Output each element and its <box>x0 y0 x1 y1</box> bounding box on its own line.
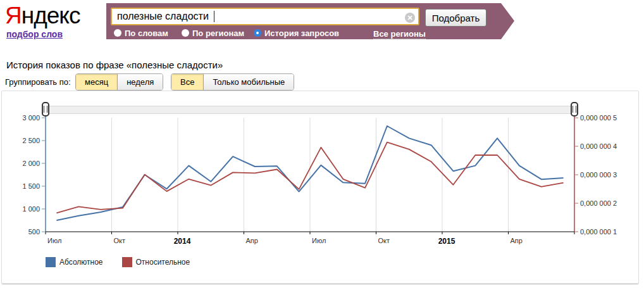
grouping-week-button[interactable]: неделя <box>117 74 163 90</box>
mode-radio-query-history[interactable]: История запросов <box>254 28 339 38</box>
chart-panel <box>1 91 639 284</box>
search-bar-arrow <box>501 3 514 39</box>
page-title: История показов по фразе «полезные сладо… <box>6 60 223 70</box>
logo-letter-ya: Я <box>5 3 22 28</box>
mode-radio-by-regions[interactable]: По регионам <box>182 28 244 38</box>
clear-input-icon[interactable]: ✕ <box>405 13 415 23</box>
mode-label: История запросов <box>264 28 339 38</box>
wordstat-page: Яндекс подбор слов ✕ Подобрать По словам… <box>0 0 644 290</box>
grip-icon <box>573 106 576 113</box>
text-caret-icon <box>214 11 214 22</box>
search-bar: ✕ Подобрать По словам По регионам Истори… <box>106 3 501 39</box>
logo-rest: ндекс <box>22 3 80 28</box>
yandex-logo[interactable]: Яндекс <box>5 3 80 29</box>
legend-label-absolute: Абсолютное <box>59 258 103 267</box>
legend-swatch-absolute <box>46 257 56 267</box>
all-regions-link[interactable]: Все регионы <box>373 29 426 39</box>
submit-button[interactable]: Подобрать <box>425 9 486 27</box>
radio-icon <box>114 29 121 37</box>
radio-icon <box>254 29 261 37</box>
legend-swatch-relative <box>122 257 132 267</box>
grouping-label: Группировать по: <box>5 77 71 87</box>
legend-label-relative: Относительное <box>136 258 190 267</box>
device-all-button[interactable]: Все <box>171 74 203 90</box>
range-slider-left-handle[interactable] <box>42 102 49 117</box>
search-input[interactable] <box>111 8 419 25</box>
range-slider-track[interactable] <box>46 106 575 114</box>
chart-legend: Абсолютное Относительное <box>46 257 209 267</box>
radio-icon <box>182 29 189 37</box>
mode-radio-by-words[interactable]: По словам <box>114 28 168 38</box>
mode-label: По регионам <box>192 28 244 38</box>
device-mobile-button[interactable]: Только мобильные <box>203 74 294 90</box>
grip-icon <box>44 106 47 113</box>
grouping-month-button[interactable]: месяц <box>76 74 117 90</box>
grouping-toggle: месяц неделя <box>75 73 163 91</box>
mode-label: По словам <box>125 28 168 38</box>
device-toggle: Все Только мобильные <box>171 73 294 91</box>
wordstat-home-link[interactable]: подбор слов <box>6 29 63 39</box>
range-slider-right-handle[interactable] <box>571 102 578 117</box>
